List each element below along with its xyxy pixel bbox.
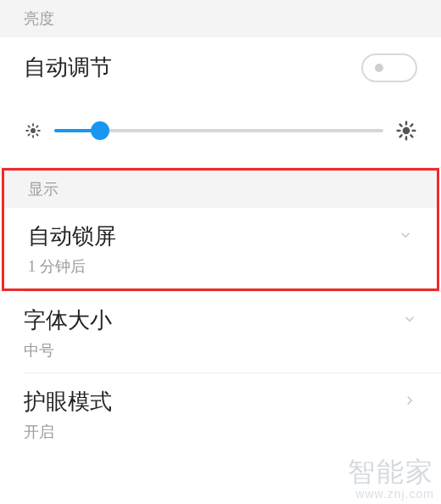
- svg-point-9: [403, 127, 410, 135]
- brightness-slider-thumb[interactable]: [91, 121, 109, 140]
- eye-care-value: 开启: [24, 422, 417, 442]
- font-size-label: 字体大小: [24, 305, 402, 335]
- svg-line-5: [29, 126, 30, 127]
- section-header-brightness-label: 亮度: [24, 10, 54, 27]
- svg-line-7: [29, 134, 30, 135]
- brightness-low-icon: [24, 121, 42, 140]
- toggle-knob: [375, 64, 383, 72]
- svg-line-14: [400, 125, 402, 126]
- svg-line-8: [36, 126, 37, 127]
- eye-care-label: 护眼模式: [24, 387, 402, 417]
- section-header-display: 显示: [4, 171, 437, 208]
- watermark-title: 智能家: [348, 457, 434, 487]
- auto-lock-label: 自动锁屏: [28, 221, 398, 251]
- svg-line-6: [36, 134, 37, 135]
- auto-adjust-toggle[interactable]: [361, 53, 417, 82]
- row-font-size[interactable]: 字体大小 中号: [0, 292, 441, 372]
- watermark-url: www.znj.com: [348, 488, 434, 501]
- section-header-brightness: 亮度: [0, 0, 441, 37]
- row-auto-adjust[interactable]: 自动调节: [0, 37, 441, 98]
- highlight-box: 显示 自动锁屏 1 分钟后: [2, 168, 439, 291]
- auto-adjust-label: 自动调节: [24, 53, 361, 82]
- svg-line-15: [410, 135, 412, 137]
- brightness-high-icon: [395, 120, 417, 142]
- auto-lock-value: 1 分钟后: [28, 256, 413, 277]
- watermark: 智能家 www.znj.com: [348, 457, 434, 501]
- brightness-slider[interactable]: [54, 129, 383, 132]
- svg-line-17: [410, 125, 412, 126]
- chevron-down-icon: [402, 311, 417, 330]
- row-eye-care[interactable]: 护眼模式 开启: [0, 373, 441, 454]
- chevron-down-icon: [398, 227, 413, 246]
- svg-line-16: [400, 135, 402, 137]
- section-header-display-label: 显示: [28, 181, 59, 198]
- svg-point-0: [31, 128, 36, 133]
- font-size-value: 中号: [24, 340, 417, 361]
- row-brightness-slider: [0, 98, 441, 168]
- row-auto-lock[interactable]: 自动锁屏 1 分钟后: [4, 208, 437, 288]
- chevron-right-icon: [402, 393, 417, 412]
